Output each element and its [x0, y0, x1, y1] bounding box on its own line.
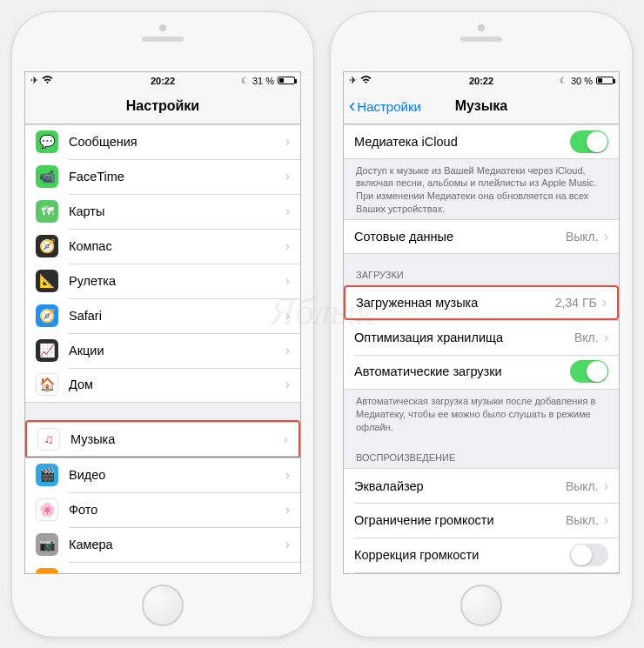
camera-icon: 📷	[36, 533, 58, 556]
page-title: Настройки	[126, 98, 199, 114]
row-value: Выкл.	[566, 479, 599, 493]
wifi-icon	[42, 76, 53, 86]
chevron-right-icon: ›	[285, 134, 290, 150]
settings-row-stocks[interactable]: 📈Акции›	[25, 333, 300, 368]
settings-row-video[interactable]: 🎬Видео›	[25, 458, 300, 492]
row-label: Коррекция громкости	[354, 548, 570, 562]
settings-row-compass[interactable]: 🧭Компас›	[25, 229, 300, 264]
row-label: Рулетка	[69, 274, 285, 288]
row-label: Дом	[69, 377, 285, 391]
row-label: Оптимизация хранилища	[354, 331, 574, 344]
row-label: Фото	[69, 503, 285, 517]
facetime-icon: 📹	[36, 165, 58, 188]
chevron-right-icon: ›	[285, 169, 290, 184]
settings-row-music[interactable]: ♫ Музыка ›	[27, 422, 299, 457]
switch-icloud[interactable]	[570, 130, 608, 153]
settings-row-maps[interactable]: 🗺Карты›	[25, 194, 300, 229]
header-playback: ВОСПРОИЗВЕДЕНИЕ	[344, 437, 619, 468]
chevron-left-icon: ‹	[349, 97, 355, 116]
chevron-right-icon: ›	[285, 502, 290, 518]
row-label: Эквалайзер	[354, 479, 566, 493]
back-button[interactable]: ‹ Настройки	[349, 90, 421, 124]
status-time: 20:22	[469, 76, 493, 86]
settings-row-camera[interactable]: 📷Камера›	[25, 527, 300, 562]
row-auto-downloads[interactable]: Автоматические загрузки	[344, 355, 619, 390]
row-label: Карты	[69, 204, 285, 218]
navbar-right: ‹ Настройки Музыка	[344, 90, 619, 124]
chevron-right-icon: ›	[285, 467, 290, 483]
music-icon: ♫	[37, 428, 60, 451]
battery-pct: 31 %	[252, 76, 274, 86]
row-value: Выкл.	[566, 230, 599, 244]
airplane-icon: ✈︎	[30, 75, 38, 86]
row-label: Видео	[69, 468, 285, 482]
row-label: Компас	[69, 239, 285, 253]
row-cellular[interactable]: Сотовые данные Выкл. ›	[344, 219, 619, 254]
chevron-right-icon: ›	[285, 204, 290, 219]
safari-icon: 🧭	[36, 304, 58, 327]
row-label: Сотовые данные	[354, 230, 566, 244]
row-value: Вкл.	[574, 331, 599, 344]
row-label: Медиатека iCloud	[354, 135, 570, 149]
settings-row-measure[interactable]: 📐Рулетка›	[25, 264, 300, 298]
battery-icon	[596, 77, 614, 84]
switch-autodl[interactable]	[570, 360, 608, 383]
phone-right: ✈︎ 20:22 ☾ 30 % ‹ Настройки Музыка	[330, 11, 633, 638]
dnd-icon: ☾	[560, 76, 567, 85]
photos-icon: 🌸	[36, 498, 58, 521]
footer-icloud: Доступ к музыке из Вашей Медиатеки через…	[344, 159, 619, 219]
battery-pct: 30 %	[571, 76, 593, 86]
chevron-right-icon: ›	[604, 478, 608, 494]
chevron-right-icon: ›	[604, 330, 608, 345]
settings-row-photos[interactable]: 🌸Фото›	[25, 492, 300, 527]
back-label: Настройки	[357, 99, 421, 114]
video-icon: 🎬	[36, 464, 58, 486]
chevron-right-icon: ›	[602, 295, 607, 311]
settings-row-facetime[interactable]: 📹FaceTime›	[25, 159, 300, 194]
phone-left: ✈︎ 20:22 ☾ 31 % Настройки 💬Сообщения›📹Fa…	[11, 11, 314, 638]
chevron-right-icon: ›	[285, 377, 290, 392]
row-label: Автоматические загрузки	[354, 364, 570, 378]
row-label: Safari	[69, 309, 285, 323]
home-button[interactable]	[460, 585, 502, 626]
settings-row-messages[interactable]: 💬Сообщения›	[25, 124, 300, 159]
chevron-right-icon: ›	[285, 273, 290, 289]
chevron-right-icon: ›	[285, 238, 290, 254]
settings-row-books[interactable]: 📖Книги›	[25, 562, 300, 573]
chevron-right-icon: ›	[604, 229, 608, 244]
status-bar: ✈︎ 20:22 ☾ 31 %	[25, 72, 300, 90]
row-label: Музыка	[70, 432, 284, 446]
row-label: FaceTime	[69, 170, 285, 184]
row-icloud-library[interactable]: Медиатека iCloud	[344, 124, 619, 159]
row-eq[interactable]: Эквалайзер Выкл. ›	[344, 468, 619, 503]
switch-sound-check[interactable]	[570, 544, 608, 566]
status-time: 20:22	[151, 76, 175, 86]
wifi-icon	[360, 76, 372, 86]
stocks-icon: 📈	[36, 339, 58, 362]
settings-row-home[interactable]: 🏠Дом›	[25, 368, 300, 403]
books-icon: 📖	[36, 568, 58, 573]
row-volume-limit[interactable]: Ограничение громкости Выкл. ›	[344, 503, 619, 538]
messages-icon: 💬	[36, 130, 58, 153]
row-value: 2,34 ГБ	[555, 296, 597, 310]
dnd-icon: ☾	[241, 76, 249, 85]
measure-icon: 📐	[36, 270, 58, 292]
maps-icon: 🗺	[36, 200, 58, 223]
row-label: Камера	[69, 538, 285, 551]
home-button[interactable]	[142, 585, 184, 626]
chevron-right-icon: ›	[285, 343, 290, 358]
battery-icon	[278, 77, 295, 84]
home-icon: 🏠	[36, 373, 58, 396]
row-label: Ограничение громкости	[354, 513, 566, 527]
airplane-icon: ✈︎	[349, 75, 357, 86]
settings-row-safari[interactable]: 🧭Safari›	[25, 298, 300, 333]
page-title: Музыка	[455, 98, 508, 114]
row-label: Акции	[69, 344, 285, 357]
chevron-right-icon: ›	[285, 537, 290, 552]
row-sound-check[interactable]: Коррекция громкости	[344, 538, 619, 572]
row-label: Сообщения	[69, 135, 285, 149]
chevron-right-icon: ›	[284, 431, 288, 447]
row-downloaded-music[interactable]: Загруженная музыка 2,34 ГБ ›	[344, 285, 619, 320]
navbar-left: Настройки	[25, 90, 300, 124]
row-optimize[interactable]: Оптимизация хранилища Вкл. ›	[344, 320, 619, 355]
